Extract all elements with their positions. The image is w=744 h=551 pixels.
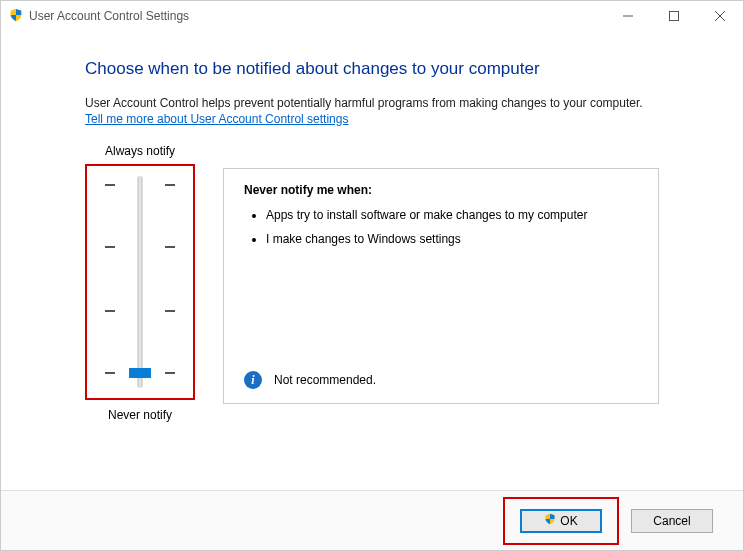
- slider-highlight-frame: [85, 164, 195, 400]
- svg-rect-1: [670, 12, 679, 21]
- slider-tick: [87, 246, 193, 248]
- info-panel: Never notify me when: Apps try to instal…: [223, 168, 659, 404]
- slider-tick: [87, 310, 193, 312]
- info-heading: Never notify me when:: [244, 183, 638, 197]
- cancel-button[interactable]: Cancel: [631, 509, 713, 533]
- page-description: User Account Control helps prevent poten…: [85, 95, 659, 112]
- window-title: User Account Control Settings: [29, 9, 189, 23]
- ok-button[interactable]: OK: [520, 509, 602, 533]
- maximize-button[interactable]: [651, 1, 697, 31]
- uac-shield-icon: [9, 8, 23, 25]
- footer: OK Cancel: [1, 490, 743, 550]
- ok-button-label: OK: [560, 514, 577, 528]
- titlebar: User Account Control Settings: [1, 1, 743, 31]
- close-button[interactable]: [697, 1, 743, 31]
- slider-top-label: Always notify: [85, 144, 195, 158]
- info-bullet: Apps try to install software or make cha…: [266, 207, 638, 223]
- recommendation-text: Not recommended.: [274, 373, 376, 387]
- page-title: Choose when to be notified about changes…: [85, 59, 659, 79]
- help-link[interactable]: Tell me more about User Account Control …: [85, 112, 348, 126]
- slider-thumb[interactable]: [129, 368, 151, 378]
- minimize-button[interactable]: [605, 1, 651, 31]
- info-icon: i: [244, 371, 262, 389]
- slider-tick: [87, 184, 193, 186]
- slider-track[interactable]: [138, 176, 143, 388]
- slider-bottom-label: Never notify: [85, 408, 195, 422]
- info-bullet: I make changes to Windows settings: [266, 231, 638, 247]
- ok-highlight-frame: OK: [503, 497, 619, 545]
- uac-shield-icon: [544, 513, 556, 528]
- cancel-button-label: Cancel: [653, 514, 690, 528]
